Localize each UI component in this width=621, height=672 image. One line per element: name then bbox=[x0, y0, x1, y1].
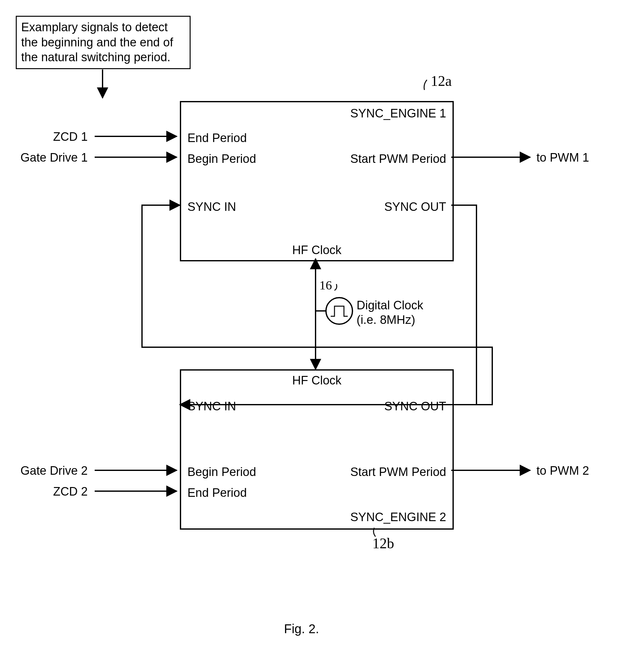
svg-point-7 bbox=[326, 298, 353, 324]
wiring-layer bbox=[0, 0, 621, 672]
diagram-stage: Examplary signals to detect the beginnin… bbox=[0, 0, 621, 672]
